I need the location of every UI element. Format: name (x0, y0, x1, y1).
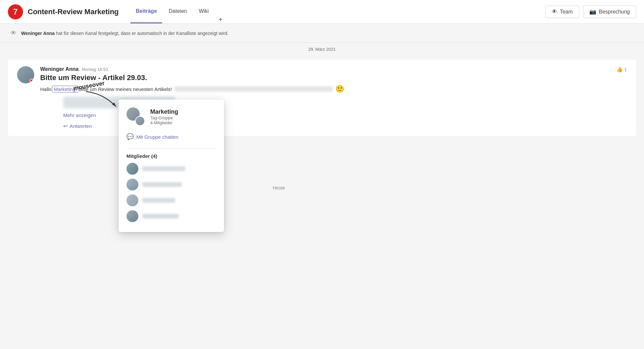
reply-icon: ↩ (63, 123, 68, 129)
message-author: Weninger Anna (40, 66, 78, 72)
badge-number: 7 (8, 4, 23, 19)
member-name-3 (142, 198, 175, 203)
popup-member-2 (126, 179, 216, 190)
member-name-2 (142, 182, 182, 187)
notification-bar: 👁 Weninger Anna hat für diesen Kanal fes… (0, 24, 644, 43)
date-separator: 29. März 2021 (0, 43, 644, 56)
popup-members-title: Mitglieder (4) (126, 153, 216, 159)
meeting-button-label: Besprechung (599, 9, 630, 15)
member-avatar-4 (126, 210, 138, 222)
notification-text: Weninger Anna hat für diesen Kanal festg… (21, 31, 229, 36)
popup-header: Marketing Tag-Gruppe 4-Mitglieder (126, 107, 216, 126)
popup-avatar-group (126, 107, 145, 126)
eye-icon: 👁 (552, 9, 557, 15)
add-tab-button[interactable]: + (215, 16, 226, 23)
popup-divider (126, 148, 216, 149)
channel-title: Content-Review Marketing (28, 8, 119, 16)
antworten-label: Antworten (70, 123, 92, 129)
top-bar-right: 👁 Team 📷 Besprechung (546, 5, 636, 18)
popup-member-1 (126, 163, 216, 175)
popup-info: Marketing Tag-Gruppe 4-Mitglieder (150, 108, 178, 125)
popup-avatar-sub (135, 116, 145, 126)
popup-avatar-face-sub (136, 117, 144, 125)
member-avatar-2 (126, 179, 138, 190)
member-avatar-1 (126, 163, 138, 175)
popup-card: Marketing Tag-Gruppe 4-Mitglieder 💬 Mit … (119, 100, 224, 232)
chat-icon: 💬 (126, 133, 134, 140)
popup-group-name: Marketing (150, 108, 178, 115)
main-area: 👁 Weninger Anna hat für diesen Kanal fes… (0, 24, 644, 349)
message-card: Weninger Anna Montag 16:53 Bitte um Revi… (8, 60, 636, 136)
message-title: Bitte um Review - Artikel 29.03. (40, 73, 627, 82)
tab-dateien[interactable]: Dateien (163, 0, 192, 23)
notification-rest: hat für diesen Kanal festgelegt, dass er… (55, 31, 229, 36)
body-prefix: Hallo (40, 86, 51, 92)
meeting-button[interactable]: 📷 Besprechung (583, 5, 636, 18)
message-meta: Weninger Anna Montag 16:53 (40, 66, 627, 72)
notification-icon: 👁 (11, 30, 16, 37)
popup-chat-label: Mit Gruppe chatten (136, 134, 179, 140)
message-body: Hallo Marketing, bitte um Review meines … (40, 85, 627, 93)
team-button-label: Team (560, 9, 573, 15)
avatar (17, 66, 34, 83)
like-icon: 👍 (616, 66, 623, 73)
message-emoji: 🙂 (335, 85, 344, 93)
notification-author: Weninger Anna (21, 31, 55, 36)
popup-members-count: 4-Mitglieder (150, 120, 178, 125)
nav-tabs: Beiträge Dateien Wiki + (130, 0, 226, 23)
top-bar: 7 Content-Review Marketing Beiträge Date… (0, 0, 644, 24)
member-avatar-3 (126, 194, 138, 206)
popup-member-4 (126, 210, 216, 222)
mehr-anzeigen-link[interactable]: Mehr anzeigen (63, 112, 96, 118)
member-name-1 (142, 166, 185, 171)
heute-separator: Heute (270, 185, 288, 190)
blurred-text (175, 86, 333, 92)
popup-chat-button[interactable]: 💬 Mit Gruppe chatten (126, 131, 216, 142)
online-dot (30, 79, 34, 83)
tab-wiki[interactable]: Wiki (193, 0, 214, 23)
like-badge: 👍 1 (616, 66, 627, 73)
mention-tag[interactable]: Marketing, (52, 86, 78, 93)
popup-member-3 (126, 194, 216, 206)
message-time: Montag 16:53 (82, 67, 108, 72)
camera-icon: 📷 (589, 8, 596, 15)
body-suffix: bitte um Review meines neuesten Artikels… (79, 86, 172, 92)
team-button[interactable]: 👁 Team (546, 6, 579, 18)
message-header-row: Weninger Anna Montag 16:53 Bitte um Revi… (17, 66, 627, 129)
member-name-4 (142, 214, 179, 218)
tab-beitraege[interactable]: Beiträge (130, 0, 162, 23)
like-count: 1 (624, 67, 627, 72)
popup-tag-label: Tag-Gruppe (150, 115, 178, 120)
